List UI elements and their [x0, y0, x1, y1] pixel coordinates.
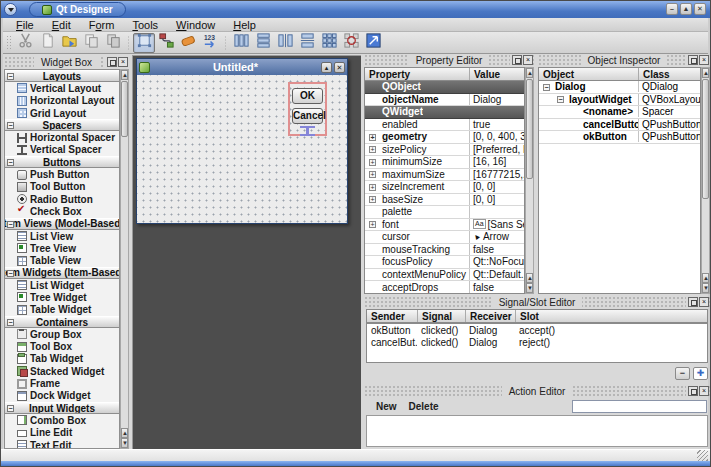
property-row-contextMenuPolicy[interactable]: contextMenuPolicyQt::Default... [365, 269, 524, 282]
expand-icon[interactable]: + [369, 221, 376, 228]
widget-item-frame[interactable]: Frame [5, 377, 119, 389]
column-header-value[interactable]: Value [469, 68, 524, 80]
form-minimize-button[interactable]: ▴ [321, 62, 332, 73]
object-row-cancelButton[interactable]: cancelButtonQPushButton [539, 119, 700, 132]
delete-action-button[interactable]: Delete [409, 401, 439, 412]
property-value[interactable]: [16, 16] [469, 156, 524, 168]
property-row-minimumSize[interactable]: +minimumSize[16, 16] [365, 156, 524, 169]
widget-item-stacked-widget[interactable]: Stacked Widget [5, 365, 119, 377]
scroll-up-icon[interactable]: ▲ [702, 68, 709, 78]
widget-item-tool-box[interactable]: Tool Box [5, 341, 119, 353]
adjust-size-button[interactable] [362, 33, 384, 53]
connection-row[interactable]: cancelBut...clicked()Dialogreject() [367, 337, 707, 350]
property-row-font[interactable]: +fontAa[Sans Se... [365, 219, 524, 232]
property-editor-float-icon[interactable] [512, 55, 522, 65]
property-row-enabled[interactable]: enabledtrue [365, 119, 524, 132]
scroll-down-icon[interactable]: ▼ [702, 283, 709, 293]
collapse-icon[interactable]: − [557, 96, 564, 103]
widget-box-header[interactable]: Widget Box × [4, 56, 129, 69]
property-editor-scrollbar[interactable]: ▲ ▲ ▼ [525, 67, 534, 294]
layout-horizontal-splitter-button[interactable] [274, 33, 296, 53]
break-layout-button[interactable] [340, 33, 362, 53]
layout-horizontal-button[interactable] [230, 33, 252, 53]
property-row-palette[interactable]: palette [365, 206, 524, 219]
widget-item-group-box[interactable]: Group Box [5, 328, 119, 340]
property-row-focusPolicy[interactable]: focusPolicyQt::NoFocus [365, 256, 524, 269]
widget-item-list-widget[interactable]: List Widget [5, 279, 119, 291]
scroll-up-icon[interactable]: ▲ [702, 273, 709, 283]
object-row-noname[interactable]: <noname>Spacer [539, 106, 700, 119]
scroll-up-icon[interactable]: ▲ [526, 273, 533, 283]
property-value[interactable]: [0, 0] [469, 181, 524, 193]
collapse-icon[interactable]: − [7, 73, 14, 80]
action-editor-float-icon[interactable] [688, 386, 698, 396]
property-editor-header[interactable]: Property Editor × [364, 54, 534, 67]
expand-icon[interactable]: + [369, 184, 376, 191]
layout-vertical-splitter-button[interactable] [296, 33, 318, 53]
widget-box-close-icon[interactable]: × [118, 57, 128, 67]
object-row-Dialog[interactable]: −DialogQDialog [539, 81, 700, 94]
scroll-up-icon[interactable]: ▲ [121, 428, 128, 438]
connection-row[interactable]: okButtonclicked()Dialogaccept() [367, 324, 707, 337]
column-header-object[interactable]: Object [539, 68, 638, 80]
expand-icon[interactable]: + [369, 159, 376, 166]
property-row-objectName[interactable]: objectNameDialog [365, 94, 524, 107]
edit-signals-slots-button[interactable] [155, 33, 177, 53]
column-header-slot[interactable]: Slot [515, 310, 707, 322]
widget-item-vertical-layout[interactable]: Vertical Layout [5, 82, 119, 94]
widget-item-table-view[interactable]: Table View [5, 254, 119, 266]
property-value[interactable] [469, 206, 524, 218]
scrollbar-thumb[interactable] [121, 81, 128, 137]
collapse-icon[interactable]: − [7, 319, 14, 326]
property-value[interactable]: ▲Arrow [469, 231, 524, 243]
ok-button[interactable]: OK [292, 88, 323, 104]
property-row-cursor[interactable]: cursor▲Arrow [365, 231, 524, 244]
column-header-signal[interactable]: Signal [417, 310, 465, 322]
collapse-icon[interactable]: − [7, 270, 14, 277]
action-editor-close-icon[interactable]: × [699, 386, 709, 396]
object-row-okButton[interactable]: okButtonQPushButton [539, 131, 700, 144]
new-form-button[interactable] [36, 33, 58, 53]
copy-button[interactable] [80, 33, 102, 53]
column-header-property[interactable]: Property [365, 68, 469, 80]
widget-item-line-edit[interactable]: Line Edit [5, 427, 119, 439]
property-row-mouseTracking[interactable]: mouseTrackingfalse [365, 244, 524, 257]
layout-vertical-button[interactable] [252, 33, 274, 53]
expand-icon[interactable]: + [369, 196, 376, 203]
property-value[interactable]: [0, 0] [469, 194, 524, 206]
widget-item-push-button[interactable]: Push Button [5, 168, 119, 180]
collapse-icon[interactable]: − [7, 159, 14, 166]
object-inspector-scrollbar[interactable]: ▲ ▲ ▼ [701, 67, 710, 294]
category-containers[interactable]: −Containers [5, 316, 119, 328]
widget-item-table-widget[interactable]: Table Widget [5, 304, 119, 316]
scroll-down-icon[interactable]: ▼ [121, 438, 128, 448]
widget-box-float-icon[interactable] [107, 57, 117, 67]
category-input-widgets[interactable]: −Input Widgets [5, 402, 119, 414]
widget-item-combo-box[interactable]: Combo Box [5, 414, 119, 426]
scrollbar-thumb[interactable] [526, 79, 533, 179]
form-titlebar[interactable]: Untitled* ▴ ✕ [137, 59, 347, 75]
menu-edit[interactable]: Edit [43, 18, 80, 31]
property-editor-close-icon[interactable]: × [523, 55, 533, 65]
category-buttons[interactable]: −Buttons [5, 156, 119, 168]
toolbar-handle[interactable] [6, 35, 12, 51]
add-connection-button[interactable]: ✚ [693, 367, 708, 380]
property-value[interactable]: false [469, 244, 524, 256]
widget-item-tab-widget[interactable]: Tab Widget [5, 353, 119, 365]
category-layouts[interactable]: −Layouts [5, 70, 119, 82]
property-row-geometry[interactable]: +geometry[0, 0, 400, 3... [365, 131, 524, 144]
property-group-qwidget[interactable]: QWidget [365, 106, 524, 119]
window-title-capsule[interactable]: Qt Designer [29, 2, 126, 17]
new-action-button[interactable]: New [376, 401, 397, 412]
open-form-button[interactable] [58, 33, 80, 53]
property-row-sizePolicy[interactable]: +sizePolicy[Preferred, P... [365, 144, 524, 157]
action-editor-header[interactable]: Action Editor × [364, 385, 710, 398]
property-value[interactable]: Dialog [469, 94, 524, 106]
collapse-icon[interactable]: − [7, 122, 14, 129]
property-value[interactable]: [Preferred, P... [469, 144, 524, 156]
scrollbar-thumb[interactable] [702, 79, 709, 199]
category-item-widgets-item-based-[interactable]: −Item Widgets (Item-Based) [5, 267, 119, 279]
menu-help[interactable]: Help [224, 18, 265, 31]
form-window[interactable]: Untitled* ▴ ✕ OK Cancel [136, 58, 348, 224]
widget-item-tree-view[interactable]: Tree View [5, 242, 119, 254]
